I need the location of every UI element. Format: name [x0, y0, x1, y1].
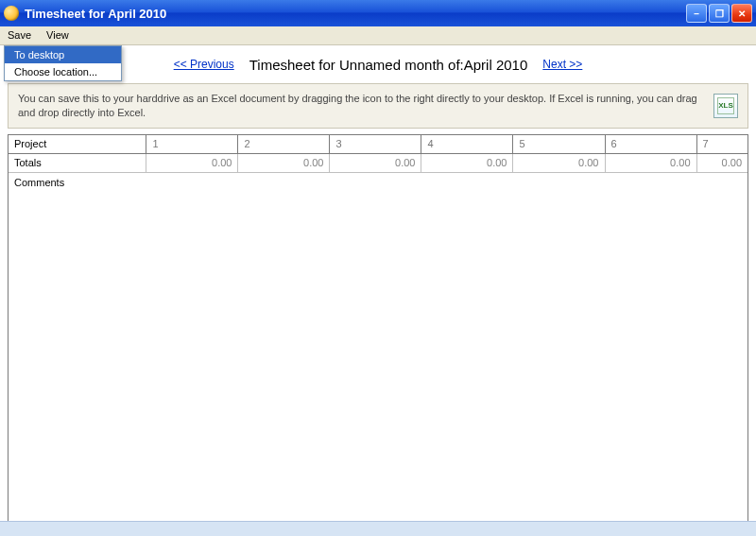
menu-item-choose-location[interactable]: Choose location... [5, 63, 121, 80]
grid-comments-row: Comments [9, 173, 747, 192]
total-3: 0.00 [330, 154, 421, 172]
comments-label: Comments [9, 173, 148, 192]
minimize-button[interactable]: – [686, 4, 707, 23]
total-1: 0.00 [146, 154, 238, 172]
col-day-7: 7 [697, 135, 748, 153]
previous-link[interactable]: << Previous [174, 58, 234, 71]
grid-header-row: Project 1 2 3 4 5 6 7 [9, 135, 747, 154]
excel-icon[interactable]: XLS [713, 94, 738, 118]
total-7: 0.00 [697, 154, 748, 172]
menu-view[interactable]: View [39, 26, 77, 44]
close-button[interactable]: ✕ [731, 4, 752, 23]
totals-label: Totals [9, 154, 146, 172]
total-5: 0.00 [513, 154, 605, 172]
save-dropdown: To desktop Choose location... [4, 45, 122, 81]
window-titlebar: Timesheet for April 2010 – ❐ ✕ [0, 0, 756, 26]
window-controls: – ❐ ✕ [686, 4, 752, 23]
page-title: Timesheet for Unnamed month of:April 201… [249, 57, 528, 73]
timesheet-grid: Project 1 2 3 4 5 6 7 Totals 0.00 0.00 0… [8, 134, 748, 192]
total-4: 0.00 [421, 154, 513, 172]
window-title: Timesheet for April 2010 [25, 7, 686, 21]
grid-body[interactable] [8, 192, 748, 523]
col-day-4: 4 [421, 135, 513, 153]
col-project: Project [9, 135, 146, 153]
menu-save[interactable]: Save [0, 26, 39, 44]
total-6: 0.00 [606, 154, 697, 172]
menu-item-to-desktop[interactable]: To desktop [5, 46, 121, 63]
col-day-2: 2 [238, 135, 330, 153]
col-day-6: 6 [606, 135, 697, 153]
col-day-5: 5 [513, 135, 605, 153]
info-bar: You can save this to your harddrive as a… [8, 83, 748, 129]
status-bar [0, 521, 756, 536]
maximize-button[interactable]: ❐ [709, 4, 730, 23]
menubar: Save View [0, 26, 756, 45]
col-day-3: 3 [330, 135, 421, 153]
clock-icon [4, 6, 19, 21]
info-text: You can save this to your harddrive as a… [18, 92, 704, 120]
grid-totals-row: Totals 0.00 0.00 0.00 0.00 0.00 0.00 0.0… [9, 154, 747, 173]
col-day-1: 1 [146, 135, 238, 153]
total-2: 0.00 [238, 154, 330, 172]
next-link[interactable]: Next >> [542, 58, 582, 71]
